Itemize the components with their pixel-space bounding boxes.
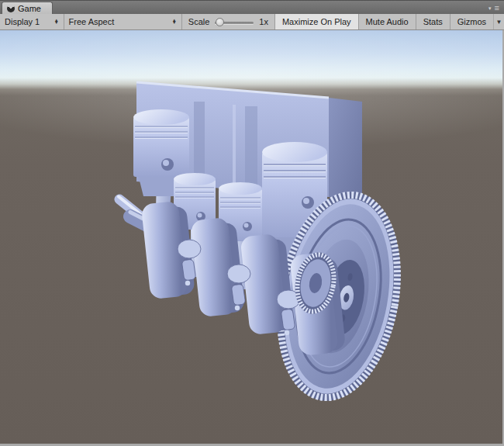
- toolbar-right-buttons: Maximize On Play Mute Audio Stats Gizmos…: [274, 14, 504, 29]
- aspect-dropdown-label: Free Aspect: [69, 17, 115, 26]
- updown-arrows-icon: ▲▼: [54, 19, 59, 25]
- tab-strip: Game ▼ ≡: [0, 0, 504, 14]
- gizmos-button[interactable]: Gizmos: [450, 14, 493, 29]
- gizmos-dropdown-caret[interactable]: ▼: [493, 14, 504, 29]
- window-menu-hamburger-icon: ≡: [495, 4, 499, 12]
- stats-button[interactable]: Stats: [416, 14, 450, 29]
- scale-label: Scale: [188, 17, 210, 26]
- tab-game[interactable]: Game: [2, 2, 53, 15]
- tab-game-label: Game: [18, 4, 41, 13]
- engine-model: [0, 30, 502, 444]
- window-menu[interactable]: ▼ ≡: [488, 4, 499, 12]
- maximize-on-play-button[interactable]: Maximize On Play: [274, 14, 358, 29]
- unity-game-window: Game ▼ ≡ Display 1 ▲▼ Free Aspect ▲▼ Sca…: [0, 0, 504, 446]
- scale-group: Scale 1x: [182, 14, 274, 29]
- game-view-toolbar: Display 1 ▲▼ Free Aspect ▲▼ Scale 1x Max…: [0, 14, 504, 30]
- mute-audio-button[interactable]: Mute Audio: [358, 14, 416, 29]
- updown-arrows-icon: ▲▼: [172, 19, 177, 25]
- game-render-viewport[interactable]: [0, 30, 502, 444]
- scale-value: 1x: [259, 17, 268, 26]
- aspect-dropdown[interactable]: Free Aspect ▲▼: [64, 14, 182, 29]
- display-dropdown[interactable]: Display 1 ▲▼: [0, 14, 64, 29]
- game-view-icon: [7, 5, 15, 12]
- scale-slider-knob[interactable]: [216, 18, 224, 26]
- scale-slider[interactable]: [215, 18, 254, 26]
- display-dropdown-label: Display 1: [5, 17, 40, 26]
- window-menu-caret-icon: ▼: [488, 6, 492, 11]
